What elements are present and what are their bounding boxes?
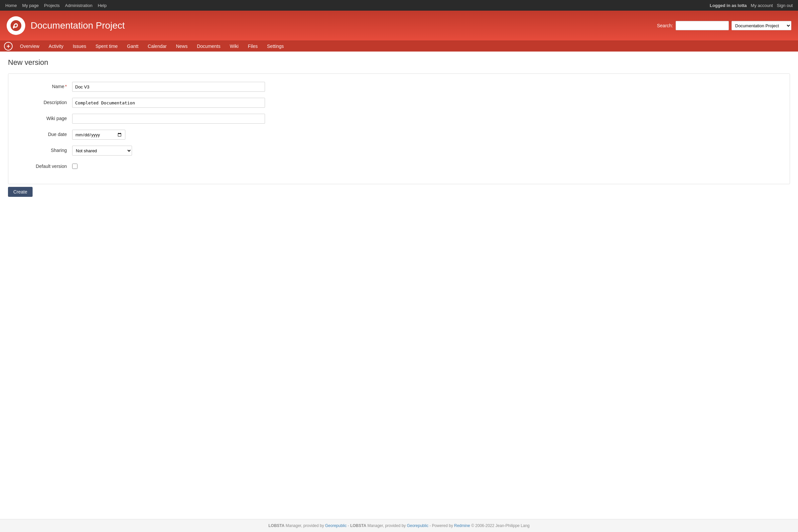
search-input[interactable] bbox=[676, 21, 729, 30]
tab-documents[interactable]: Documents bbox=[192, 41, 225, 52]
tab-wiki[interactable]: Wiki bbox=[225, 41, 243, 52]
due-date-input[interactable] bbox=[72, 130, 125, 140]
svg-point-0 bbox=[11, 20, 21, 31]
top-nav-user: Logged in as lotta My account Sign out bbox=[710, 3, 793, 8]
description-input[interactable] bbox=[72, 98, 265, 108]
name-input[interactable] bbox=[72, 82, 265, 92]
tab-gantt[interactable]: Gantt bbox=[122, 41, 143, 52]
name-field-container bbox=[72, 82, 779, 92]
footer-text3: - bbox=[346, 524, 350, 528]
footer-brand2: LOBSTA bbox=[350, 524, 366, 528]
project-title-area: Documentation Project bbox=[7, 16, 125, 35]
wiki-page-label: Wiki page bbox=[19, 114, 72, 121]
sharing-label: Sharing bbox=[19, 146, 72, 153]
project-nav: + Overview Activity Issues Spent time Ga… bbox=[0, 41, 798, 52]
footer-text6: - Powered by bbox=[428, 524, 454, 528]
default-version-field-container bbox=[72, 162, 779, 170]
top-nav-bar: Home My page Projects Administration Hel… bbox=[0, 0, 798, 11]
name-label: Name* bbox=[19, 82, 72, 89]
description-label: Description bbox=[19, 98, 72, 105]
page-title: New version bbox=[8, 58, 790, 67]
sharing-row: Sharing Not shared With subprojects With… bbox=[19, 146, 779, 156]
top-nav-links: Home My page Projects Administration Hel… bbox=[5, 3, 107, 8]
footer-text2: Manager, provided by bbox=[285, 524, 325, 528]
search-label: Search: bbox=[657, 23, 673, 28]
sign-out-link[interactable]: Sign out bbox=[777, 3, 793, 8]
footer-text7: © 2006-2022 Jean-Philippe Lang bbox=[470, 524, 530, 528]
tab-news[interactable]: News bbox=[171, 41, 192, 52]
tab-calendar[interactable]: Calendar bbox=[143, 41, 171, 52]
description-field-container bbox=[72, 98, 779, 108]
default-version-checkbox[interactable] bbox=[72, 164, 77, 169]
description-row: Description bbox=[19, 98, 779, 108]
add-button[interactable]: + bbox=[4, 42, 13, 51]
footer-link-georepublic1[interactable]: Georepublic bbox=[325, 524, 347, 528]
due-date-field-container bbox=[72, 130, 779, 140]
tab-spent-time[interactable]: Spent time bbox=[91, 41, 122, 52]
search-area: Search: Documentation Project bbox=[657, 21, 791, 30]
due-date-row: Due date bbox=[19, 130, 779, 140]
footer-link-georepublic2[interactable]: Georepublic bbox=[407, 524, 429, 528]
nav-administration[interactable]: Administration bbox=[65, 3, 92, 8]
nav-home[interactable]: Home bbox=[5, 3, 17, 8]
logged-in-text: Logged in as lotta bbox=[710, 3, 747, 8]
my-account-link[interactable]: My account bbox=[751, 3, 773, 8]
nav-projects[interactable]: Projects bbox=[44, 3, 60, 8]
svg-point-1 bbox=[13, 26, 15, 28]
footer-text5: Manager, provided by bbox=[366, 524, 407, 528]
page-footer: LOBSTA Manager, provided by Georepublic … bbox=[0, 519, 798, 532]
default-version-row: Default version bbox=[19, 162, 779, 170]
tab-issues[interactable]: Issues bbox=[68, 41, 91, 52]
create-button[interactable]: Create bbox=[8, 187, 33, 197]
tab-overview[interactable]: Overview bbox=[15, 41, 44, 52]
project-name: Documentation Project bbox=[31, 20, 125, 31]
nav-mypage[interactable]: My page bbox=[22, 3, 39, 8]
main-content: New version Name* Description Wiki page bbox=[0, 52, 798, 519]
nav-help[interactable]: Help bbox=[98, 3, 107, 8]
tab-activity[interactable]: Activity bbox=[44, 41, 68, 52]
wiki-page-row: Wiki page bbox=[19, 114, 779, 124]
name-row: Name* bbox=[19, 82, 779, 92]
scope-select[interactable]: Documentation Project bbox=[732, 21, 791, 30]
tab-files[interactable]: Files bbox=[243, 41, 262, 52]
footer-link-redmine[interactable]: Redmine bbox=[454, 524, 470, 528]
new-version-form: Name* Description Wiki page Due date bbox=[8, 74, 790, 184]
wiki-page-field-container bbox=[72, 114, 779, 124]
project-logo bbox=[7, 16, 25, 35]
sharing-select[interactable]: Not shared With subprojects With project… bbox=[72, 146, 132, 156]
due-date-label: Due date bbox=[19, 130, 72, 137]
footer-brand1: LOBSTA bbox=[268, 524, 284, 528]
default-version-label: Default version bbox=[19, 162, 72, 169]
project-header: Documentation Project Search: Documentat… bbox=[0, 11, 798, 41]
wiki-page-input[interactable] bbox=[72, 114, 265, 124]
tab-settings[interactable]: Settings bbox=[262, 41, 289, 52]
sharing-field-container: Not shared With subprojects With project… bbox=[72, 146, 779, 156]
